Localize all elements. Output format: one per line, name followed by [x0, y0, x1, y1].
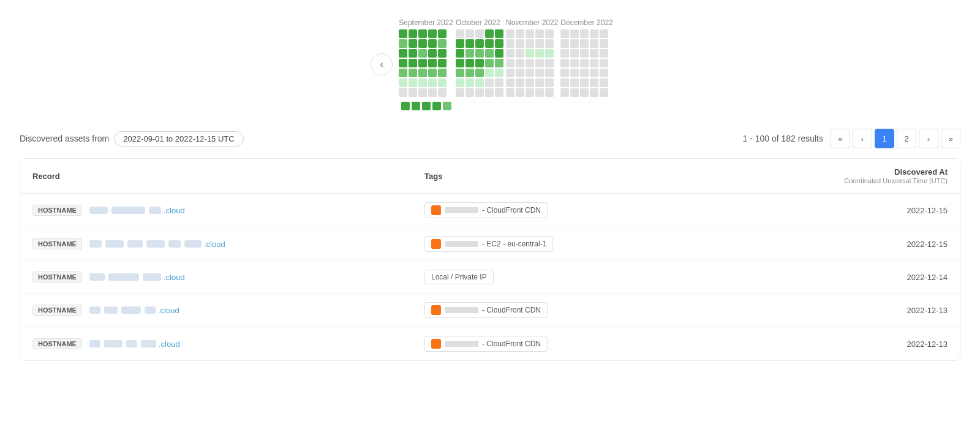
- calendar-cell[interactable]: [438, 39, 447, 48]
- calendar-cell[interactable]: [399, 39, 407, 48]
- calendar-cell[interactable]: [535, 39, 544, 48]
- calendar-cell[interactable]: [495, 78, 503, 87]
- calendar-cell[interactable]: [545, 29, 554, 38]
- calendar-cell[interactable]: [418, 59, 427, 67]
- hostname-link[interactable]: .cloud: [88, 340, 180, 349]
- calendar-cell[interactable]: [560, 69, 569, 77]
- calendar-cell[interactable]: [438, 78, 447, 87]
- calendar-cell[interactable]: [516, 78, 524, 87]
- calendar-cell[interactable]: [418, 49, 427, 58]
- calendar-cell[interactable]: [399, 59, 407, 67]
- calendar-cell[interactable]: [428, 69, 437, 77]
- calendar-cell[interactable]: [466, 59, 474, 67]
- calendar-cell[interactable]: [590, 88, 598, 97]
- calendar-cell[interactable]: [466, 78, 474, 87]
- calendar-cell[interactable]: [438, 69, 447, 77]
- calendar-cell[interactable]: [466, 39, 474, 48]
- calendar-cell[interactable]: [399, 78, 407, 87]
- calendar-cell[interactable]: [495, 49, 503, 58]
- calendar-cell[interactable]: [456, 29, 464, 38]
- calendar-cell[interactable]: [545, 59, 554, 67]
- calendar-cell[interactable]: [438, 59, 447, 67]
- calendar-cell[interactable]: [418, 39, 427, 48]
- calendar-cell[interactable]: [570, 39, 579, 48]
- calendar-cell[interactable]: [580, 39, 589, 48]
- calendar-cell[interactable]: [428, 39, 437, 48]
- calendar-cell[interactable]: [456, 78, 464, 87]
- calendar-cell[interactable]: [590, 39, 598, 48]
- calendar-cell[interactable]: [485, 49, 494, 58]
- calendar-cell[interactable]: [485, 78, 494, 87]
- calendar-cell[interactable]: [409, 59, 417, 67]
- calendar-cell[interactable]: [590, 78, 598, 87]
- calendar-cell[interactable]: [418, 88, 427, 97]
- calendar-cell[interactable]: [409, 49, 417, 58]
- calendar-cell[interactable]: [506, 49, 514, 58]
- calendar-cell[interactable]: [526, 59, 534, 67]
- hostname-link[interactable]: .cloud: [88, 240, 225, 249]
- hostname-link[interactable]: .cloud: [88, 273, 185, 282]
- hostname-link[interactable]: .cloud: [88, 306, 179, 315]
- calendar-cell[interactable]: [570, 88, 579, 97]
- calendar-cell[interactable]: [409, 29, 417, 38]
- first-page-button[interactable]: «: [831, 129, 850, 148]
- calendar-cell[interactable]: [456, 69, 464, 77]
- last-page-button[interactable]: »: [941, 129, 960, 148]
- calendar-cell[interactable]: [580, 29, 589, 38]
- calendar-cell[interactable]: [560, 29, 569, 38]
- calendar-cell[interactable]: [570, 59, 579, 67]
- calendar-cell[interactable]: [600, 49, 608, 58]
- calendar-cell[interactable]: [475, 49, 484, 58]
- calendar-cell[interactable]: [428, 88, 437, 97]
- calendar-cell[interactable]: [428, 49, 437, 58]
- calendar-cell[interactable]: [600, 88, 608, 97]
- calendar-cell[interactable]: [516, 69, 524, 77]
- calendar-cell[interactable]: [516, 88, 524, 97]
- calendar-cell[interactable]: [428, 78, 437, 87]
- calendar-cell[interactable]: [456, 59, 464, 67]
- calendar-cell[interactable]: [475, 39, 484, 48]
- calendar-cell[interactable]: [506, 59, 514, 67]
- calendar-cell[interactable]: [570, 29, 579, 38]
- calendar-cell[interactable]: [600, 69, 608, 77]
- calendar-cell[interactable]: [590, 69, 598, 77]
- calendar-cell[interactable]: [545, 49, 554, 58]
- calendar-cell[interactable]: [580, 88, 589, 97]
- calendar-cell[interactable]: [456, 88, 464, 97]
- calendar-cell[interactable]: [590, 59, 598, 67]
- calendar-cell[interactable]: [428, 29, 437, 38]
- calendar-cell[interactable]: [418, 78, 427, 87]
- calendar-cell[interactable]: [485, 39, 494, 48]
- calendar-cell[interactable]: [409, 88, 417, 97]
- calendar-cell[interactable]: [560, 88, 569, 97]
- calendar-cell[interactable]: [456, 39, 464, 48]
- calendar-cell[interactable]: [526, 39, 534, 48]
- calendar-cell[interactable]: [516, 29, 524, 38]
- calendar-cell[interactable]: [506, 69, 514, 77]
- calendar-cell[interactable]: [590, 29, 598, 38]
- calendar-cell[interactable]: [466, 88, 474, 97]
- calendar-cell[interactable]: [475, 88, 484, 97]
- date-range-badge[interactable]: 2022-09-01 to 2022-12-15 UTC: [114, 131, 243, 146]
- calendar-cell[interactable]: [600, 39, 608, 48]
- calendar-cell[interactable]: [456, 49, 464, 58]
- calendar-cell[interactable]: [600, 78, 608, 87]
- hostname-link[interactable]: .cloud: [88, 206, 185, 215]
- calendar-cell[interactable]: [495, 39, 503, 48]
- calendar-cell[interactable]: [409, 69, 417, 77]
- calendar-cell[interactable]: [570, 49, 579, 58]
- calendar-cell[interactable]: [545, 78, 554, 87]
- calendar-cell[interactable]: [399, 88, 407, 97]
- calendar-cell[interactable]: [600, 59, 608, 67]
- calendar-cell[interactable]: [466, 49, 474, 58]
- calendar-cell[interactable]: [418, 29, 427, 38]
- calendar-cell[interactable]: [526, 49, 534, 58]
- calendar-cell[interactable]: [466, 69, 474, 77]
- calendar-cell[interactable]: [475, 59, 484, 67]
- page-1-button[interactable]: 1: [875, 129, 894, 148]
- calendar-cell[interactable]: [570, 78, 579, 87]
- calendar-cell[interactable]: [466, 29, 474, 38]
- calendar-cell[interactable]: [545, 69, 554, 77]
- page-2-button[interactable]: 2: [897, 129, 916, 148]
- calendar-cell[interactable]: [526, 88, 534, 97]
